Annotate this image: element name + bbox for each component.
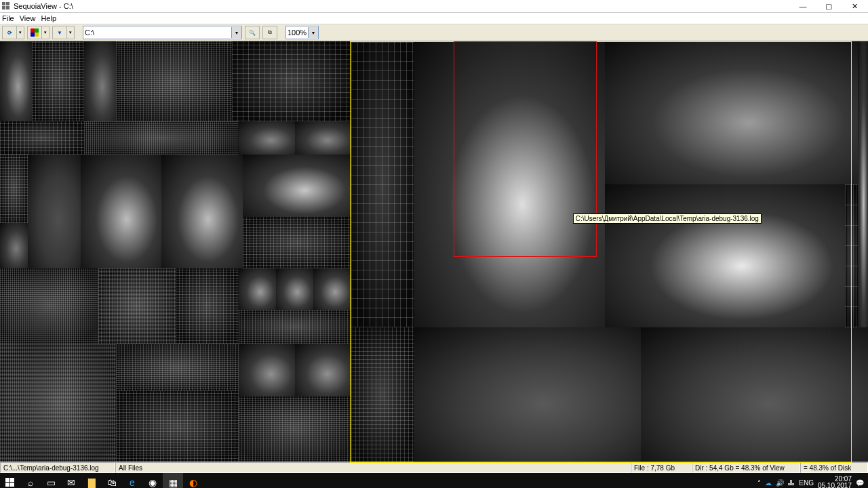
taskbar-store[interactable]: 🛍 <box>102 473 122 488</box>
treemap-cell[interactable] <box>243 217 352 268</box>
treemap-cell[interactable] <box>176 268 239 344</box>
treemap-cell[interactable] <box>0 268 98 344</box>
svg-rect-10 <box>5 483 9 487</box>
taskbar-mail[interactable]: ✉ <box>61 473 81 488</box>
treemap-cell[interactable] <box>313 268 351 310</box>
path-combo[interactable]: ▾ <box>83 26 242 39</box>
taskbar-edge[interactable]: e <box>122 473 142 488</box>
treemap-viewport[interactable]: C:\Users\Дмитрий\AppData\Local\Temp\aria… <box>0 41 868 462</box>
status-path: C:\...\Temp\aria-debug-3136.log <box>0 462 115 473</box>
taskbar-sequoia[interactable]: ▦ <box>163 473 183 488</box>
menu-view[interactable]: View <box>20 14 36 22</box>
app-icon: ▦ <box>169 477 178 488</box>
toolbar: ⟳ ▾ ▾ ▼ ▾ ▾ 🔍 ⧉ ▾ <box>0 24 868 41</box>
menubar: File View Help <box>0 13 868 24</box>
copy-icon: ⧉ <box>268 29 272 36</box>
tray-clock[interactable]: 20:07 05.10.2017 <box>818 476 852 488</box>
svg-rect-11 <box>10 483 14 487</box>
taskbar: ⌕ ▭ ✉ ▇ 🛍 e ◉ ▦ ◐ ˄ ☁ 🔊 🖧 ENG 20:07 05.1… <box>0 473 868 488</box>
treemap-cell[interactable] <box>84 121 239 155</box>
treemap-cell[interactable] <box>84 41 116 121</box>
treemap-cell[interactable] <box>161 155 242 268</box>
filter-icon: ▼ <box>57 30 62 36</box>
start-button[interactable] <box>0 473 20 488</box>
rescan-button[interactable]: ⟳ ▾ <box>2 26 24 39</box>
treemap-cell[interactable] <box>605 184 846 327</box>
refresh-icon: ⟳ <box>7 30 12 36</box>
treemap-cell[interactable] <box>81 155 161 268</box>
find-button[interactable]: 🔍 <box>245 26 260 39</box>
generic-app-icon: ◐ <box>189 477 197 488</box>
chevron-down-icon[interactable]: ▾ <box>231 27 241 38</box>
treemap-cell[interactable] <box>32 41 85 121</box>
minimize-button[interactable]: — <box>795 2 811 11</box>
treemap-cell[interactable] <box>295 344 351 396</box>
app-icon <box>1 1 11 11</box>
svg-rect-6 <box>31 33 35 37</box>
chevron-down-icon[interactable]: ▾ <box>308 27 318 38</box>
taskbar-chrome[interactable]: ◉ <box>142 473 163 488</box>
zoom-combo[interactable]: ▾ <box>285 26 319 39</box>
svg-rect-3 <box>6 6 9 9</box>
svg-rect-8 <box>5 478 9 482</box>
treemap-cell[interactable] <box>239 310 351 344</box>
window-title: SequoiaView - C:\ <box>14 2 795 10</box>
treemap-cell[interactable] <box>0 155 28 222</box>
maximize-button[interactable]: ▢ <box>821 2 837 11</box>
treemap[interactable] <box>0 41 868 462</box>
tray-cloud-icon[interactable]: ☁ <box>765 479 772 487</box>
treemap-cell[interactable] <box>243 155 352 217</box>
search-icon: ⌕ <box>28 477 33 488</box>
treemap-cell[interactable] <box>0 41 32 121</box>
treemap-cell[interactable] <box>239 344 295 396</box>
menu-help[interactable]: Help <box>41 14 56 22</box>
tray-language[interactable]: ENG <box>799 479 814 487</box>
treemap-cell[interactable] <box>414 41 605 327</box>
close-button[interactable]: ✕ <box>846 2 863 11</box>
treemap-cell[interactable] <box>28 155 81 268</box>
path-input[interactable] <box>83 27 231 38</box>
search-icon: 🔍 <box>249 30 256 36</box>
treemap-cell[interactable] <box>0 344 116 462</box>
treemap-cell[interactable] <box>116 391 239 462</box>
tray-network-icon[interactable]: 🖧 <box>788 479 795 487</box>
folder-icon: ▇ <box>88 477 96 488</box>
svg-rect-1 <box>6 2 9 5</box>
treemap-cell[interactable] <box>232 41 351 121</box>
treemap-cell[interactable] <box>605 41 858 184</box>
treemap-cell[interactable] <box>295 121 351 155</box>
taskbar-search[interactable]: ⌕ <box>20 473 41 488</box>
svg-rect-5 <box>35 28 39 33</box>
treemap-cell[interactable] <box>116 344 239 390</box>
treemap-cell[interactable] <box>351 41 413 327</box>
treemap-cell[interactable] <box>276 268 313 310</box>
copy-button[interactable]: ⧉ <box>262 26 277 39</box>
treemap-cell[interactable] <box>239 268 276 310</box>
palette-icon <box>31 28 39 37</box>
tray-chevron-icon[interactable]: ˄ <box>757 479 761 487</box>
menu-file[interactable]: File <box>2 14 14 22</box>
treemap-cell[interactable] <box>239 121 295 155</box>
treemap-cell[interactable] <box>845 184 858 327</box>
treemap-cell[interactable] <box>0 223 28 268</box>
treemap-cell[interactable] <box>0 121 84 155</box>
treemap-cell[interactable] <box>641 327 868 462</box>
treemap-cell[interactable] <box>858 41 868 327</box>
treemap-cell[interactable] <box>351 327 413 462</box>
tray-volume-icon[interactable]: 🔊 <box>776 479 784 487</box>
store-icon: 🛍 <box>107 477 117 488</box>
taskbar-taskview[interactable]: ▭ <box>41 473 61 488</box>
svg-rect-0 <box>2 2 5 5</box>
svg-rect-4 <box>31 28 35 33</box>
statusbar: C:\...\Temp\aria-debug-3136.log All File… <box>0 462 868 473</box>
treemap-cell[interactable] <box>116 41 232 121</box>
treemap-cell[interactable] <box>239 396 351 461</box>
taskbar-app[interactable]: ◐ <box>183 473 203 488</box>
zoom-input[interactable] <box>286 27 308 38</box>
treemap-cell[interactable] <box>98 268 176 344</box>
tray-notifications-icon[interactable]: 💬 <box>856 479 864 487</box>
treemap-cell[interactable] <box>414 327 641 462</box>
filter-button[interactable]: ▼ ▾ <box>52 26 75 39</box>
taskbar-explorer[interactable]: ▇ <box>81 473 102 488</box>
color-button[interactable]: ▾ <box>27 26 50 39</box>
